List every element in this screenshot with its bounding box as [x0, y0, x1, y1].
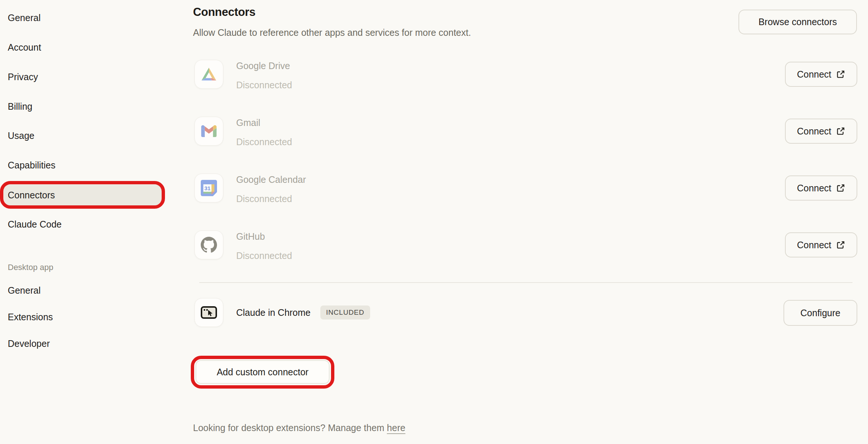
external-link-icon — [836, 183, 845, 193]
configure-label: Configure — [800, 308, 840, 318]
sidebar-item-usage[interactable]: Usage — [8, 130, 34, 141]
connector-status: Disconnected — [236, 136, 495, 147]
add-custom-connector-label: Add custom connector — [217, 367, 309, 378]
connector-status: Disconnected — [236, 250, 495, 261]
page-title: Connectors — [193, 6, 255, 19]
sidebar-item-general[interactable]: General — [8, 12, 41, 23]
external-link-icon — [836, 126, 845, 136]
connector-status: Disconnected — [236, 193, 495, 204]
sidebar-item-connectors-label: Connectors — [8, 189, 55, 201]
connector-name: GitHub — [236, 231, 495, 242]
sidebar-item-connectors-selected[interactable]: Connectors — [3, 185, 162, 205]
github-row: GitHub Disconnected — [236, 231, 495, 261]
claude-in-chrome-row: Claude in Chrome INCLUDED — [236, 298, 370, 327]
settings-page: General Account Privacy Billing Usage Ca… — [0, 0, 868, 444]
claude-in-chrome-icon — [200, 305, 217, 320]
sidebar-item-desktop-extensions[interactable]: Extensions — [8, 311, 53, 322]
sidebar-section-desktop-app: Desktop app — [8, 263, 54, 272]
calendar-day-number: 31 — [204, 185, 211, 191]
github-tile — [194, 230, 223, 259]
connector-name: Gmail — [236, 117, 495, 128]
google-calendar-icon: 31 — [201, 180, 217, 196]
connector-name: Claude in Chrome — [236, 307, 311, 318]
external-link-icon — [836, 69, 845, 79]
desktop-extensions-note: Looking for desktop extensions? Manage t… — [193, 423, 405, 433]
connect-label: Connect — [797, 69, 831, 80]
connect-label: Connect — [797, 240, 831, 250]
google-drive-row: Google Drive Disconnected — [236, 60, 495, 90]
included-badge: INCLUDED — [320, 305, 371, 320]
google-calendar-row: Google Calendar Disconnected — [236, 174, 495, 204]
browse-connectors-button[interactable]: Browse connectors — [738, 10, 857, 34]
sidebar-item-desktop-developer[interactable]: Developer — [8, 338, 50, 349]
connector-name: Google Calendar — [236, 174, 495, 185]
sidebar-item-account[interactable]: Account — [8, 42, 41, 53]
sidebar-item-claude-code[interactable]: Claude Code — [8, 219, 62, 230]
github-icon — [201, 237, 217, 253]
sidebar-item-privacy[interactable]: Privacy — [8, 71, 38, 82]
gmail-row: Gmail Disconnected — [236, 117, 495, 147]
google-drive-icon — [200, 67, 217, 82]
connect-label: Connect — [797, 183, 831, 194]
external-link-icon — [836, 240, 845, 250]
sidebar-item-capabilities[interactable]: Capabilities — [8, 160, 55, 171]
page-subtitle: Allow Claude to reference other apps and… — [193, 27, 471, 38]
connect-google-drive-button[interactable]: Connect — [785, 62, 857, 87]
sidebar-item-desktop-general[interactable]: General — [8, 285, 41, 296]
manage-extensions-link[interactable]: here — [387, 423, 405, 433]
add-custom-connector-button[interactable]: Add custom connector — [196, 360, 330, 384]
browse-connectors-label: Browse connectors — [758, 17, 837, 27]
connect-label: Connect — [797, 126, 831, 137]
connector-status: Disconnected — [236, 79, 495, 90]
connect-google-calendar-button[interactable]: Connect — [785, 175, 857, 201]
sidebar-item-billing[interactable]: Billing — [8, 101, 32, 112]
connect-gmail-button[interactable]: Connect — [785, 119, 857, 144]
connect-github-button[interactable]: Connect — [785, 232, 857, 257]
section-divider — [199, 282, 852, 283]
gmail-icon — [201, 125, 217, 137]
claude-in-chrome-tile — [194, 298, 223, 327]
connector-name: Google Drive — [236, 60, 495, 71]
google-calendar-tile: 31 — [194, 174, 223, 202]
google-drive-tile — [194, 60, 223, 89]
configure-claude-in-chrome-button[interactable]: Configure — [783, 300, 857, 326]
desktop-extensions-note-text: Looking for desktop extensions? Manage t… — [193, 423, 387, 433]
gmail-tile — [194, 117, 223, 146]
